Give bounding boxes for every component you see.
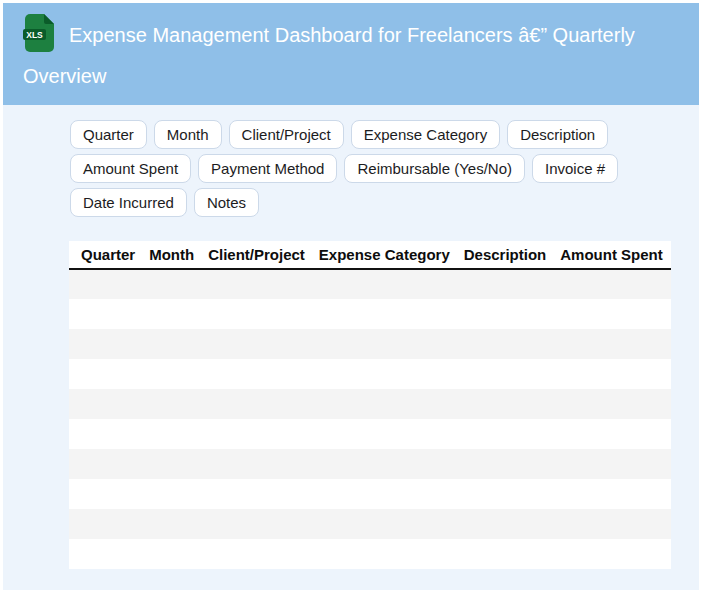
table-header-cell: Payment Method	[670, 241, 671, 269]
table-row	[69, 479, 671, 509]
table-header-row: QuarterMonthClient/ProjectExpense Catego…	[69, 241, 671, 269]
column-chip[interactable]: Expense Category	[351, 120, 500, 149]
column-chip[interactable]: Invoice #	[532, 154, 618, 183]
table-row	[69, 509, 671, 539]
table-row	[69, 419, 671, 449]
table-row	[69, 449, 671, 479]
header-bar: XLS Expense Management Dashboard for Fre…	[3, 3, 699, 105]
expense-table: QuarterMonthClient/ProjectExpense Catego…	[69, 241, 671, 569]
table-row	[69, 359, 671, 389]
table-body	[69, 269, 671, 569]
column-chip[interactable]: Date Incurred	[70, 188, 187, 217]
page-title: Expense Management Dashboard for Freelan…	[23, 24, 635, 87]
table-header-cell: Expense Category	[312, 241, 457, 269]
column-chip[interactable]: Month	[154, 120, 222, 149]
column-chip[interactable]: Description	[507, 120, 608, 149]
table-header-cell: Amount Spent	[553, 241, 670, 269]
column-chip[interactable]: Client/Project	[229, 120, 344, 149]
table-row	[69, 299, 671, 329]
xls-file-icon: XLS	[23, 14, 54, 61]
column-chip[interactable]: Amount Spent	[70, 154, 191, 183]
table-row	[69, 539, 671, 569]
column-chip[interactable]: Quarter	[70, 120, 147, 149]
column-chip[interactable]: Reimbursable (Yes/No)	[344, 154, 525, 183]
expense-table-container: QuarterMonthClient/ProjectExpense Catego…	[69, 241, 671, 569]
table-header-cell: Quarter	[69, 241, 142, 269]
column-chip[interactable]: Notes	[194, 188, 259, 217]
table-row	[69, 389, 671, 419]
table-header-cell: Month	[142, 241, 201, 269]
table-row	[69, 329, 671, 359]
xls-badge-label: XLS	[26, 30, 43, 40]
content-area: XLS Expense Management Dashboard for Fre…	[3, 3, 699, 590]
column-chip[interactable]: Payment Method	[198, 154, 337, 183]
table-row	[69, 269, 671, 299]
table-header-cell: Description	[457, 241, 554, 269]
column-chips: QuarterMonthClient/ProjectExpense Catego…	[70, 120, 685, 217]
table-header-cell: Client/Project	[201, 241, 312, 269]
page: XLS Expense Management Dashboard for Fre…	[0, 0, 702, 593]
